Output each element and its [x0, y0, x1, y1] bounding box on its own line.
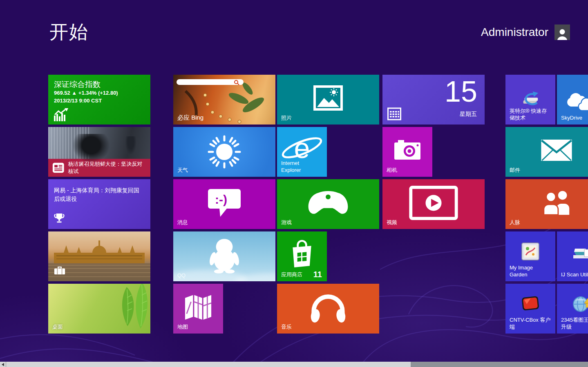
- tile-label: 音乐: [281, 323, 292, 331]
- tile-video[interactable]: 视频: [382, 179, 485, 229]
- video-player-icon: [382, 179, 485, 229]
- tile-label: SkyDrive: [561, 114, 588, 122]
- penguin-icon: [173, 231, 275, 281]
- tile-label: 游戏: [281, 219, 292, 226]
- photo-frame-icon: [277, 75, 379, 125]
- tile-label: My Image Garden: [510, 264, 552, 278]
- tile-camera[interactable]: 相机: [382, 127, 432, 177]
- tile-skydrive[interactable]: SkyDrive: [557, 75, 588, 125]
- tile-label: 必应 Bing: [177, 114, 203, 122]
- cntv-tv-icon: [521, 295, 540, 314]
- tile-label: 英特尔® 快速存储技术: [510, 107, 552, 122]
- scanner-icon: [572, 244, 588, 262]
- tile-qq[interactable]: QQ: [173, 231, 275, 281]
- tile-store[interactable]: 应用商店 11: [277, 231, 327, 281]
- user-menu[interactable]: Administrator: [481, 24, 570, 40]
- calendar-day: 15: [445, 76, 477, 108]
- stock-text: 深证综合指数 969.52 ▲ +1.34% (+12.80) 2013/2/1…: [48, 75, 150, 105]
- stock-time: 2013/2/13 9:00 CST: [54, 97, 150, 105]
- tile-stock-index[interactable]: 深证综合指数 969.52 ▲ +1.34% (+12.80) 2013/2/1…: [48, 75, 150, 125]
- tile-label: 消息: [177, 219, 188, 226]
- stock-title: 深证综合指数: [54, 80, 150, 89]
- globe-update-icon: [572, 294, 588, 316]
- calendar-icon: [387, 107, 401, 120]
- arrow-left-icon: [2, 363, 4, 366]
- tile-label: 2345看图王版本升级: [561, 316, 588, 331]
- tile-people[interactable]: 人脉: [505, 179, 588, 229]
- news-strip: 杨洁篪召见朝鲜大使：坚决反对核试: [48, 159, 150, 177]
- trophy-icon: [54, 213, 65, 224]
- tile-weather[interactable]: 天气: [173, 127, 275, 177]
- tile-netease-sports[interactable]: 网易 - 上海体育局：刘翔康复回国后或退役: [48, 179, 150, 229]
- sun-icon: [173, 127, 275, 177]
- page-title: 开始: [49, 20, 89, 45]
- news-headline: 杨洁篪召见朝鲜大使：坚决反对核试: [68, 160, 146, 175]
- horizontal-scrollbar[interactable]: [0, 362, 588, 367]
- tile-label: CNTV-CBox 客户端: [510, 316, 552, 331]
- tile-games[interactable]: 游戏: [277, 179, 379, 229]
- scrollbar-thumb[interactable]: [6, 362, 411, 367]
- tile-label: 应用商店: [281, 271, 302, 278]
- tile-label: 邮件: [510, 167, 520, 174]
- gamepad-icon: [277, 179, 379, 229]
- tile-label: QQ: [177, 272, 186, 278]
- tile-music[interactable]: 音乐: [277, 284, 379, 334]
- tile-calendar[interactable]: 15 星期五: [382, 75, 485, 125]
- avatar[interactable]: [554, 24, 570, 40]
- tile-news[interactable]: 杨洁篪召见朝鲜大使：坚决反对核试: [48, 127, 150, 177]
- emoticon-text: :-): [215, 193, 227, 206]
- news-icon: [52, 162, 64, 173]
- person-icon: [556, 28, 568, 40]
- search-icon: [234, 80, 239, 85]
- netease-headline: 网易 - 上海体育局：刘翔康复回国后或退役: [48, 179, 150, 203]
- tile-my-image-garden[interactable]: My Image Garden: [505, 231, 555, 281]
- tile-cntv-cbox[interactable]: CNTV-CBox 客户端: [505, 284, 555, 334]
- tile-label: 相机: [387, 167, 397, 174]
- chat-bubble-icon: :-): [173, 179, 275, 229]
- tile-mail[interactable]: 邮件: [505, 127, 588, 177]
- scroll-left-button[interactable]: [0, 362, 6, 367]
- tile-internet-explorer[interactable]: e Internet Explorer: [277, 127, 327, 177]
- user-name: Administrator: [481, 26, 548, 39]
- tile-label: 地图: [177, 323, 188, 331]
- tile-desktop[interactable]: 桌面: [48, 284, 150, 334]
- headphones-icon: [277, 284, 379, 334]
- calendar-weekday: 星期五: [460, 111, 477, 118]
- leaf-image: [101, 284, 150, 334]
- tile-label: IJ Scan Utility: [561, 271, 588, 278]
- tile-label: 天气: [177, 167, 188, 174]
- tile-intel-rst[interactable]: 英特尔® 快速存储技术: [505, 75, 555, 125]
- tile-label: 人脉: [510, 219, 520, 226]
- tile-photos[interactable]: 照片: [277, 75, 379, 125]
- stock-price: 969.52 ▲ +1.34% (+12.80): [54, 89, 150, 97]
- news-photo: [48, 127, 150, 159]
- tile-travel-photo[interactable]: [48, 231, 150, 281]
- tile-ij-scan-utility[interactable]: IJ Scan Utility: [557, 231, 588, 281]
- tile-label: 桌面: [52, 323, 63, 331]
- suitcase-icon: [54, 266, 65, 276]
- tile-label: 视频: [387, 219, 397, 226]
- tile-label: Internet Explorer: [281, 160, 320, 174]
- tile-label: 照片: [281, 114, 292, 122]
- tile-bing[interactable]: 必应 Bing: [173, 75, 275, 125]
- stock-chart-icon: [54, 108, 69, 121]
- tile-2345-viewer-update[interactable]: 2345看图王版本升级: [557, 284, 588, 334]
- image-garden-icon: [521, 242, 540, 262]
- tile-messaging[interactable]: :-) 消息: [173, 179, 275, 229]
- tile-maps[interactable]: 地图: [173, 284, 223, 334]
